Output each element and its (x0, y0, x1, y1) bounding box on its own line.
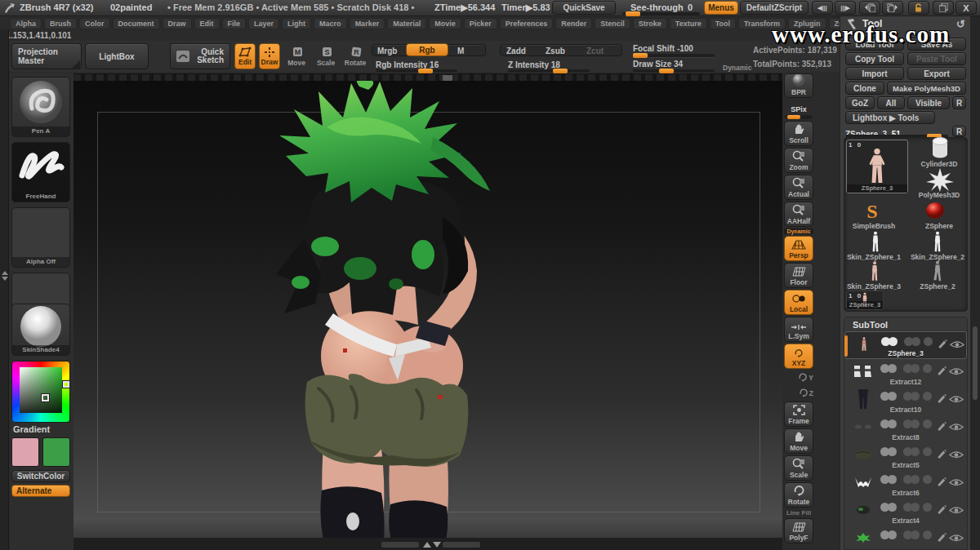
sculpt-brush-icon[interactable] (936, 447, 947, 462)
strip-lsym-button[interactable]: L.Sym (784, 317, 813, 342)
menu-texture[interactable]: Texture (670, 18, 707, 29)
inventory-item-polymesh3d[interactable] (924, 170, 956, 189)
inventory-item-skin_zsphere_1[interactable] (866, 232, 884, 253)
strip-aahalf-button[interactable]: AAHalf (784, 202, 813, 227)
subtool-row-extract5[interactable]: Extract5 (844, 442, 967, 470)
strip-scale-button[interactable]: Scale (784, 455, 813, 481)
scroll-right-segment[interactable] (443, 542, 480, 548)
sculpt-brush-icon[interactable] (936, 475, 947, 490)
palette-reset-icon[interactable]: ↺ (956, 18, 965, 30)
hue-cursor[interactable] (63, 381, 69, 388)
menu-color[interactable]: Color (79, 18, 110, 29)
polypaint-toggle[interactable] (880, 419, 898, 428)
subtool-row-zsphere_3[interactable]: ZSphere_3 (844, 331, 967, 359)
subtool-row[interactable] (844, 526, 967, 550)
polypaint-toggle[interactable] (880, 364, 898, 373)
menu-macro[interactable]: Macro (314, 18, 347, 29)
document-canvas[interactable] (74, 81, 782, 538)
inventory-item-skin_zsphere_3[interactable] (866, 261, 883, 282)
alternate-button[interactable]: Alternate (11, 485, 70, 497)
lightbox-tools-button[interactable]: Lightbox ▶ Tools (845, 111, 935, 124)
subtool-thumbnail[interactable] (853, 527, 874, 548)
sculpt-model[interactable] (229, 81, 506, 538)
uv-toggle[interactable] (903, 475, 921, 484)
all-button[interactable]: All (877, 96, 905, 109)
zsub-button[interactable]: Zsub (546, 47, 565, 55)
goz-button[interactable]: GoZ (845, 96, 875, 109)
material-thumbnail[interactable]: SkinShade4 (11, 304, 70, 356)
z-intensity-slider-label[interactable]: Z Intensity 18 (508, 60, 560, 69)
strip-zoom-button[interactable]: Zoom (784, 148, 813, 173)
draw-button[interactable]: Draw (259, 43, 280, 69)
default-zscript-button[interactable]: DefaultZScript (740, 1, 808, 15)
strip-xyz-button[interactable]: XYZ (784, 344, 813, 369)
focal-shift-slider-label[interactable]: Focal Shift -100 (633, 44, 693, 53)
right-panel-scrollbar[interactable] (970, 16, 980, 550)
z-intensity-slider[interactable] (508, 69, 590, 73)
menu-alpha[interactable]: Alpha (10, 18, 42, 29)
inventory-item-skin_zsphere_2[interactable] (929, 232, 947, 253)
inventory-item-simplebrush[interactable]: S (860, 202, 884, 220)
tray-collapse-down-icon[interactable] (2, 277, 8, 281)
sculpt-brush-icon[interactable] (936, 530, 947, 545)
sculpt-brush-icon[interactable] (936, 503, 947, 517)
menu-movie[interactable]: Movie (429, 18, 461, 29)
import-button[interactable]: Import (845, 67, 904, 80)
strip-scroll-button[interactable]: Scroll (784, 121, 813, 146)
strip-floor-button[interactable]: Floor (784, 263, 813, 288)
subtool-row-extract8[interactable]: Extract8 (844, 415, 967, 442)
lightbox-button[interactable]: LightBox (85, 43, 149, 69)
quick-sketch-button[interactable]: Quick Sketch (170, 43, 230, 69)
menu-draw[interactable]: Draw (163, 18, 192, 29)
inventory-item-zsphere_3[interactable]: ZSphere_31 0 (846, 291, 884, 310)
scrollbar-thumb[interactable] (973, 326, 978, 400)
uv-toggle[interactable] (903, 447, 921, 456)
scale-button[interactable]: S Scale (314, 46, 337, 68)
polypaint-toggle[interactable] (880, 475, 898, 484)
uv-toggle[interactable] (904, 337, 922, 346)
prev-actions-button[interactable]: ◀||| (812, 1, 833, 15)
strip-spix-button[interactable]: SPix (784, 100, 813, 119)
menu-marker[interactable]: Marker (350, 18, 385, 29)
quicksave-button[interactable]: QuickSave (552, 1, 616, 15)
strip-frame-button[interactable]: Frame (784, 401, 813, 427)
sculpt-brush-icon[interactable] (936, 419, 947, 434)
rotate-button[interactable]: R Rotate (343, 46, 368, 68)
menu-edit[interactable]: Edit (194, 18, 220, 29)
sculpt-brush-icon[interactable] (936, 392, 947, 406)
color-picker-square[interactable] (20, 367, 62, 413)
strip-bpr-button[interactable]: BPR (784, 73, 813, 98)
menus-button[interactable]: Menus (704, 1, 738, 15)
paste-tool-button[interactable]: Paste Tool (907, 52, 966, 65)
close-icon[interactable]: X (956, 1, 977, 15)
visibility-eye-icon[interactable] (949, 531, 964, 546)
subtool-row-extract4[interactable]: Extract4 (844, 498, 967, 526)
polypaint-toggle[interactable] (880, 530, 898, 539)
see-through-slider[interactable] (622, 12, 700, 16)
polypaint-toggle[interactable] (880, 447, 898, 456)
menu-layer[interactable]: Layer (248, 18, 279, 29)
menu-preferences[interactable]: Preferences (500, 18, 554, 29)
dynamic-toggle[interactable]: Dynamic (723, 64, 751, 72)
rotate-axis-z-button[interactable]: Z (784, 386, 813, 400)
scroll-left-segment[interactable] (381, 542, 419, 548)
m-button[interactable]: M (457, 47, 464, 55)
divider-handle[interactable] (443, 75, 452, 81)
next-actions-button[interactable]: |||▶ (835, 1, 856, 15)
switch-color-button[interactable]: SwitchColor (11, 470, 70, 482)
uv-toggle[interactable] (903, 392, 921, 401)
menu-stroke[interactable]: Stroke (633, 18, 667, 29)
inventory-item-zsphere_2[interactable] (929, 261, 947, 282)
make-polymesh3d-button[interactable]: Make PolyMesh3D (887, 82, 966, 95)
menu-render[interactable]: Render (555, 18, 592, 29)
menu-tool[interactable]: Tool (710, 18, 736, 29)
copy-doc-right-icon[interactable] (882, 1, 903, 15)
polypaint-toggle[interactable] (881, 337, 899, 346)
copy-doc-left-icon[interactable] (859, 1, 880, 15)
uv-toggle[interactable] (903, 530, 921, 539)
inventory-item-zsphere_3[interactable]: ZSphere_31 0 (846, 140, 908, 193)
uv-toggle[interactable] (903, 364, 921, 373)
menu-light[interactable]: Light (282, 18, 311, 29)
visible-r-button[interactable]: R (952, 96, 966, 109)
subtool-row-extract10[interactable]: Extract10 (844, 387, 967, 415)
